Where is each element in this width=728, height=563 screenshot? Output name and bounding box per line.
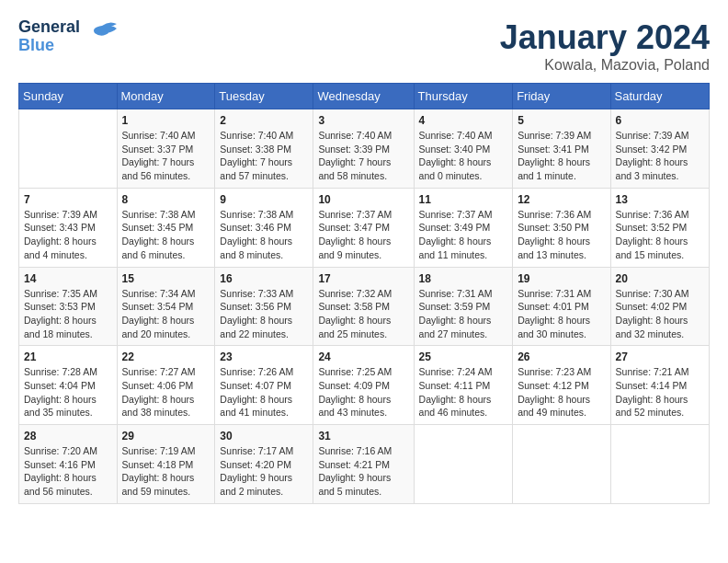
calendar-cell: 25Sunrise: 7:24 AM Sunset: 4:11 PM Dayli… (414, 346, 513, 425)
day-info: Sunrise: 7:31 AM Sunset: 3:59 PM Dayligh… (419, 287, 508, 341)
location: Kowala, Mazovia, Poland (500, 57, 710, 74)
day-number: 13 (616, 193, 704, 206)
weekday-header-tuesday: Tuesday (215, 84, 313, 109)
calendar-cell: 14Sunrise: 7:35 AM Sunset: 3:53 PM Dayli… (19, 267, 118, 346)
day-info: Sunrise: 7:35 AM Sunset: 3:53 PM Dayligh… (24, 287, 112, 341)
day-info: Sunrise: 7:36 AM Sunset: 3:52 PM Dayligh… (616, 208, 704, 262)
day-info: Sunrise: 7:37 AM Sunset: 3:47 PM Dayligh… (318, 208, 408, 262)
day-number: 15 (122, 272, 210, 285)
calendar-cell: 12Sunrise: 7:36 AM Sunset: 3:50 PM Dayli… (513, 188, 610, 267)
day-number: 14 (24, 272, 112, 285)
calendar-cell: 11Sunrise: 7:37 AM Sunset: 3:49 PM Dayli… (414, 188, 513, 267)
day-info: Sunrise: 7:25 AM Sunset: 4:09 PM Dayligh… (318, 365, 408, 419)
day-number: 24 (318, 350, 408, 363)
calendar-cell: 20Sunrise: 7:30 AM Sunset: 4:02 PM Dayli… (610, 267, 709, 346)
calendar-cell: 16Sunrise: 7:33 AM Sunset: 3:56 PM Dayli… (215, 267, 313, 346)
title-area: January 2024 Kowala, Mazovia, Poland (500, 18, 710, 74)
calendar-cell: 2Sunrise: 7:40 AM Sunset: 3:38 PM Daylig… (215, 109, 313, 189)
calendar-cell: 4Sunrise: 7:40 AM Sunset: 3:40 PM Daylig… (414, 109, 513, 189)
day-number: 10 (318, 193, 408, 206)
day-number: 25 (419, 350, 508, 363)
calendar-cell: 26Sunrise: 7:23 AM Sunset: 4:12 PM Dayli… (513, 346, 610, 425)
day-number: 11 (419, 193, 508, 206)
day-number: 8 (122, 193, 210, 206)
day-number: 2 (220, 114, 308, 127)
day-info: Sunrise: 7:31 AM Sunset: 4:01 PM Dayligh… (518, 287, 605, 341)
day-info: Sunrise: 7:23 AM Sunset: 4:12 PM Dayligh… (518, 365, 605, 419)
week-row-5: 28Sunrise: 7:20 AM Sunset: 4:16 PM Dayli… (19, 425, 710, 504)
day-info: Sunrise: 7:37 AM Sunset: 3:49 PM Dayligh… (419, 208, 508, 262)
day-number: 20 (616, 272, 704, 285)
calendar-cell (19, 109, 118, 189)
calendar-cell: 30Sunrise: 7:17 AM Sunset: 4:20 PM Dayli… (215, 425, 313, 504)
day-info: Sunrise: 7:32 AM Sunset: 3:58 PM Dayligh… (318, 287, 408, 341)
day-number: 18 (419, 272, 508, 285)
logo-bird-icon (84, 18, 120, 55)
logo-general-text: General (18, 18, 80, 37)
calendar-cell: 28Sunrise: 7:20 AM Sunset: 4:16 PM Dayli… (19, 425, 118, 504)
day-info: Sunrise: 7:38 AM Sunset: 3:46 PM Dayligh… (220, 208, 308, 262)
weekday-header-thursday: Thursday (414, 84, 513, 109)
day-info: Sunrise: 7:38 AM Sunset: 3:45 PM Dayligh… (122, 208, 210, 262)
day-info: Sunrise: 7:17 AM Sunset: 4:20 PM Dayligh… (220, 444, 308, 499)
calendar-table: SundayMondayTuesdayWednesdayThursdayFrid… (18, 83, 710, 504)
day-info: Sunrise: 7:40 AM Sunset: 3:38 PM Dayligh… (220, 129, 308, 183)
weekday-header-row: SundayMondayTuesdayWednesdayThursdayFrid… (19, 84, 710, 109)
week-row-4: 21Sunrise: 7:28 AM Sunset: 4:04 PM Dayli… (19, 346, 710, 425)
calendar-cell (610, 425, 709, 504)
day-number: 26 (518, 350, 605, 363)
week-row-3: 14Sunrise: 7:35 AM Sunset: 3:53 PM Dayli… (19, 267, 710, 346)
logo-blue-text: Blue (18, 37, 80, 55)
calendar-cell (513, 425, 610, 504)
calendar-cell: 31Sunrise: 7:16 AM Sunset: 4:21 PM Dayli… (313, 425, 414, 504)
weekday-header-sunday: Sunday (19, 84, 118, 109)
calendar-cell: 10Sunrise: 7:37 AM Sunset: 3:47 PM Dayli… (313, 188, 414, 267)
day-number: 22 (122, 350, 210, 363)
day-info: Sunrise: 7:21 AM Sunset: 4:14 PM Dayligh… (616, 365, 704, 419)
calendar-cell: 22Sunrise: 7:27 AM Sunset: 4:06 PM Dayli… (117, 346, 215, 425)
day-number: 16 (220, 272, 308, 285)
calendar-cell: 17Sunrise: 7:32 AM Sunset: 3:58 PM Dayli… (313, 267, 414, 346)
calendar-cell: 9Sunrise: 7:38 AM Sunset: 3:46 PM Daylig… (215, 188, 313, 267)
day-number: 9 (220, 193, 308, 206)
calendar-cell: 29Sunrise: 7:19 AM Sunset: 4:18 PM Dayli… (117, 425, 215, 504)
day-number: 6 (616, 114, 704, 127)
day-number: 23 (220, 350, 308, 363)
day-number: 29 (122, 430, 210, 442)
week-row-2: 7Sunrise: 7:39 AM Sunset: 3:43 PM Daylig… (19, 188, 710, 267)
day-number: 19 (518, 272, 605, 285)
week-row-1: 1Sunrise: 7:40 AM Sunset: 3:37 PM Daylig… (19, 109, 710, 189)
day-info: Sunrise: 7:30 AM Sunset: 4:02 PM Dayligh… (616, 287, 704, 341)
day-number: 5 (518, 114, 605, 127)
calendar-cell: 27Sunrise: 7:21 AM Sunset: 4:14 PM Dayli… (610, 346, 709, 425)
calendar-cell: 13Sunrise: 7:36 AM Sunset: 3:52 PM Dayli… (610, 188, 709, 267)
logo-wordmark: General Blue (18, 18, 80, 55)
day-info: Sunrise: 7:40 AM Sunset: 3:37 PM Dayligh… (122, 129, 210, 183)
weekday-header-monday: Monday (117, 84, 215, 109)
weekday-header-saturday: Saturday (610, 84, 709, 109)
calendar-cell: 5Sunrise: 7:39 AM Sunset: 3:41 PM Daylig… (513, 109, 610, 189)
day-number: 30 (220, 430, 308, 442)
day-info: Sunrise: 7:39 AM Sunset: 3:42 PM Dayligh… (616, 129, 704, 183)
day-info: Sunrise: 7:27 AM Sunset: 4:06 PM Dayligh… (122, 365, 210, 419)
day-number: 27 (616, 350, 704, 363)
calendar-cell (414, 425, 513, 504)
logo-text-wrapper: General Blue (18, 18, 120, 55)
day-info: Sunrise: 7:40 AM Sunset: 3:39 PM Dayligh… (318, 129, 408, 183)
day-number: 3 (318, 114, 408, 127)
calendar-cell: 24Sunrise: 7:25 AM Sunset: 4:09 PM Dayli… (313, 346, 414, 425)
page-header: General Blue January 2024 Kowala, Mazovi… (18, 18, 710, 74)
day-info: Sunrise: 7:16 AM Sunset: 4:21 PM Dayligh… (318, 444, 408, 499)
day-info: Sunrise: 7:20 AM Sunset: 4:16 PM Dayligh… (24, 444, 112, 499)
calendar-cell: 19Sunrise: 7:31 AM Sunset: 4:01 PM Dayli… (513, 267, 610, 346)
calendar-cell: 23Sunrise: 7:26 AM Sunset: 4:07 PM Dayli… (215, 346, 313, 425)
day-number: 17 (318, 272, 408, 285)
day-info: Sunrise: 7:40 AM Sunset: 3:40 PM Dayligh… (419, 129, 508, 183)
month-title: January 2024 (500, 18, 710, 57)
day-info: Sunrise: 7:26 AM Sunset: 4:07 PM Dayligh… (220, 365, 308, 419)
day-number: 7 (24, 193, 112, 206)
day-info: Sunrise: 7:39 AM Sunset: 3:41 PM Dayligh… (518, 129, 605, 183)
day-info: Sunrise: 7:34 AM Sunset: 3:54 PM Dayligh… (122, 287, 210, 341)
calendar-cell: 3Sunrise: 7:40 AM Sunset: 3:39 PM Daylig… (313, 109, 414, 189)
day-number: 31 (318, 430, 408, 442)
